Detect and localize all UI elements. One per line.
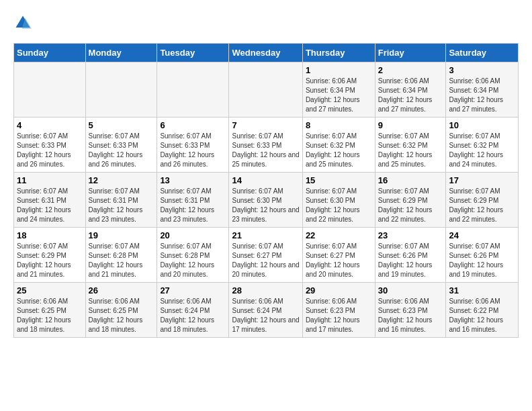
day-header-thursday: Thursday [302,44,375,62]
day-info: Sunrise: 6:07 AM Sunset: 6:32 PM Dayligh… [449,132,515,169]
day-info: Sunrise: 6:07 AM Sunset: 6:33 PM Dayligh… [89,132,154,169]
logo-icon [13,13,32,32]
calendar-cell: 22Sunrise: 6:07 AM Sunset: 6:27 PM Dayli… [302,228,375,283]
calendar-cell: 17Sunrise: 6:07 AM Sunset: 6:29 PM Dayli… [446,173,519,228]
day-info: Sunrise: 6:07 AM Sunset: 6:33 PM Dayligh… [17,132,83,169]
day-info: Sunrise: 6:07 AM Sunset: 6:32 PM Dayligh… [378,132,443,169]
calendar-cell: 13Sunrise: 6:07 AM Sunset: 6:31 PM Dayli… [157,173,229,228]
day-number: 15 [306,175,372,185]
day-number: 14 [232,175,299,185]
day-number: 16 [378,175,443,185]
calendar-cell: 12Sunrise: 6:07 AM Sunset: 6:31 PM Dayli… [85,173,157,228]
day-info: Sunrise: 6:06 AM Sunset: 6:23 PM Dayligh… [306,297,372,334]
calendar-cell: 5Sunrise: 6:07 AM Sunset: 6:33 PM Daylig… [85,118,157,173]
calendar-cell [157,62,229,118]
calendar-cell: 28Sunrise: 6:06 AM Sunset: 6:24 PM Dayli… [229,283,302,338]
day-number: 17 [449,175,515,185]
days-of-week-row: SundayMondayTuesdayWednesdayThursdayFrid… [14,44,519,62]
day-number: 24 [449,230,515,240]
calendar-cell: 11Sunrise: 6:07 AM Sunset: 6:31 PM Dayli… [14,173,86,228]
week-row-4: 18Sunrise: 6:07 AM Sunset: 6:29 PM Dayli… [14,228,519,283]
day-info: Sunrise: 6:07 AM Sunset: 6:27 PM Dayligh… [232,242,299,279]
calendar-cell: 30Sunrise: 6:06 AM Sunset: 6:23 PM Dayli… [375,283,446,338]
day-number: 30 [378,285,443,295]
day-number: 7 [232,120,299,130]
calendar-cell: 3Sunrise: 6:06 AM Sunset: 6:34 PM Daylig… [446,62,519,118]
day-info: Sunrise: 6:07 AM Sunset: 6:30 PM Dayligh… [232,187,299,224]
week-row-1: 1Sunrise: 6:06 AM Sunset: 6:34 PM Daylig… [14,62,519,118]
calendar-cell [14,62,86,118]
calendar-cell [85,62,157,118]
calendar-cell: 31Sunrise: 6:06 AM Sunset: 6:22 PM Dayli… [446,283,519,338]
day-number: 5 [89,120,154,130]
day-info: Sunrise: 6:07 AM Sunset: 6:33 PM Dayligh… [232,132,299,169]
day-number: 23 [378,230,443,240]
week-row-2: 4Sunrise: 6:07 AM Sunset: 6:33 PM Daylig… [14,118,519,173]
calendar-cell: 19Sunrise: 6:07 AM Sunset: 6:28 PM Dayli… [85,228,157,283]
calendar-cell: 23Sunrise: 6:07 AM Sunset: 6:26 PM Dayli… [375,228,446,283]
day-number: 27 [160,285,226,295]
day-number: 28 [232,285,299,295]
day-number: 1 [306,65,372,75]
calendar-cell: 21Sunrise: 6:07 AM Sunset: 6:27 PM Dayli… [229,228,302,283]
day-number: 22 [306,230,372,240]
day-info: Sunrise: 6:07 AM Sunset: 6:29 PM Dayligh… [449,187,515,224]
day-number: 2 [378,65,443,75]
day-info: Sunrise: 6:07 AM Sunset: 6:26 PM Dayligh… [378,242,443,279]
calendar-cell [229,62,302,118]
calendar-cell: 2Sunrise: 6:06 AM Sunset: 6:34 PM Daylig… [375,62,446,118]
day-number: 19 [89,230,154,240]
day-info: Sunrise: 6:07 AM Sunset: 6:31 PM Dayligh… [89,187,154,224]
day-number: 26 [89,285,154,295]
week-row-5: 25Sunrise: 6:06 AM Sunset: 6:25 PM Dayli… [14,283,519,338]
day-header-wednesday: Wednesday [229,44,302,62]
day-info: Sunrise: 6:06 AM Sunset: 6:24 PM Dayligh… [232,297,299,334]
day-number: 6 [160,120,226,130]
day-number: 21 [232,230,299,240]
day-number: 13 [160,175,226,185]
day-number: 8 [306,120,372,130]
day-info: Sunrise: 6:07 AM Sunset: 6:32 PM Dayligh… [306,132,372,169]
calendar-header: SundayMondayTuesdayWednesdayThursdayFrid… [14,44,519,62]
day-number: 29 [306,285,372,295]
calendar-cell: 4Sunrise: 6:07 AM Sunset: 6:33 PM Daylig… [14,118,86,173]
day-header-monday: Monday [85,44,157,62]
day-info: Sunrise: 6:07 AM Sunset: 6:29 PM Dayligh… [17,242,83,279]
calendar-cell: 10Sunrise: 6:07 AM Sunset: 6:32 PM Dayli… [446,118,519,173]
day-info: Sunrise: 6:06 AM Sunset: 6:34 PM Dayligh… [378,77,443,114]
calendar-body: 1Sunrise: 6:06 AM Sunset: 6:34 PM Daylig… [14,62,519,338]
calendar-table: SundayMondayTuesdayWednesdayThursdayFrid… [13,43,519,338]
day-number: 9 [378,120,443,130]
day-info: Sunrise: 6:07 AM Sunset: 6:28 PM Dayligh… [160,242,226,279]
day-info: Sunrise: 6:07 AM Sunset: 6:33 PM Dayligh… [160,132,226,169]
day-info: Sunrise: 6:07 AM Sunset: 6:31 PM Dayligh… [17,187,83,224]
day-info: Sunrise: 6:07 AM Sunset: 6:30 PM Dayligh… [306,187,372,224]
day-number: 20 [160,230,226,240]
day-info: Sunrise: 6:07 AM Sunset: 6:29 PM Dayligh… [378,187,443,224]
day-info: Sunrise: 6:07 AM Sunset: 6:27 PM Dayligh… [306,242,372,279]
calendar-cell: 27Sunrise: 6:06 AM Sunset: 6:24 PM Dayli… [157,283,229,338]
calendar-cell: 7Sunrise: 6:07 AM Sunset: 6:33 PM Daylig… [229,118,302,173]
day-info: Sunrise: 6:06 AM Sunset: 6:34 PM Dayligh… [306,77,372,114]
calendar-cell: 20Sunrise: 6:07 AM Sunset: 6:28 PM Dayli… [157,228,229,283]
day-info: Sunrise: 6:06 AM Sunset: 6:34 PM Dayligh… [449,77,515,114]
day-info: Sunrise: 6:06 AM Sunset: 6:22 PM Dayligh… [449,297,515,334]
calendar-cell: 14Sunrise: 6:07 AM Sunset: 6:30 PM Dayli… [229,173,302,228]
calendar-cell: 24Sunrise: 6:07 AM Sunset: 6:26 PM Dayli… [446,228,519,283]
day-info: Sunrise: 6:07 AM Sunset: 6:28 PM Dayligh… [89,242,154,279]
logo [13,13,35,32]
day-number: 11 [17,175,83,185]
calendar-cell: 15Sunrise: 6:07 AM Sunset: 6:30 PM Dayli… [302,173,375,228]
calendar-cell: 29Sunrise: 6:06 AM Sunset: 6:23 PM Dayli… [302,283,375,338]
page-header [13,13,519,32]
week-row-3: 11Sunrise: 6:07 AM Sunset: 6:31 PM Dayli… [14,173,519,228]
day-info: Sunrise: 6:07 AM Sunset: 6:26 PM Dayligh… [449,242,515,279]
day-info: Sunrise: 6:06 AM Sunset: 6:25 PM Dayligh… [89,297,154,334]
day-header-tuesday: Tuesday [157,44,229,62]
day-number: 12 [89,175,154,185]
day-number: 25 [17,285,83,295]
calendar-cell: 18Sunrise: 6:07 AM Sunset: 6:29 PM Dayli… [14,228,86,283]
day-number: 10 [449,120,515,130]
day-info: Sunrise: 6:06 AM Sunset: 6:25 PM Dayligh… [17,297,83,334]
calendar-cell: 16Sunrise: 6:07 AM Sunset: 6:29 PM Dayli… [375,173,446,228]
